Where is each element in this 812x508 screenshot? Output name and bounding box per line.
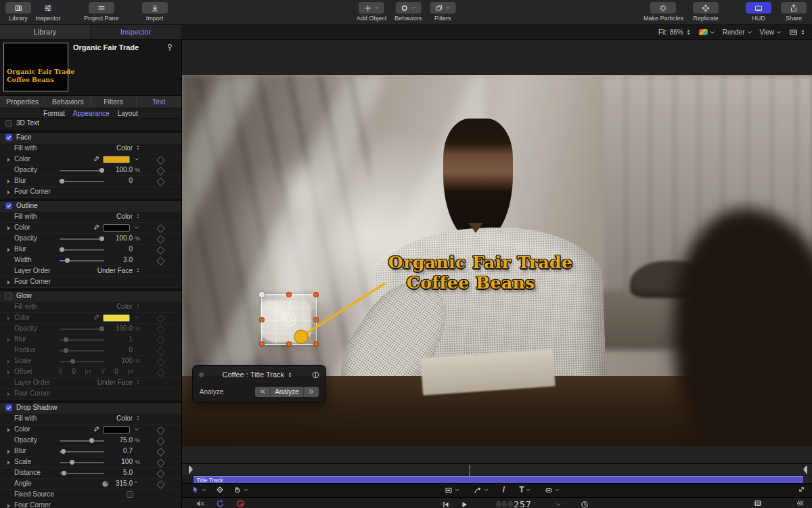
mute-audio-button[interactable] [196, 499, 204, 508]
analyze-backward-button[interactable] [255, 387, 270, 397]
eyedropper-icon[interactable] [93, 156, 99, 163]
display-layout-control[interactable] [789, 28, 806, 37]
slider-track[interactable] [60, 249, 104, 251]
chevron-down-icon[interactable] [556, 502, 561, 507]
param-value[interactable]: 100.0 [99, 234, 133, 242]
bottom-left-handle[interactable] [259, 341, 265, 347]
play-range-out-marker[interactable] [806, 466, 807, 473]
slider-thumb[interactable] [60, 247, 64, 252]
disclosure-triangle[interactable] [7, 226, 10, 230]
title-track-bar[interactable]: Title Track [194, 476, 803, 483]
checkbox[interactable] [5, 134, 12, 141]
keyframe-diamond[interactable] [156, 167, 165, 175]
slider-track[interactable] [60, 473, 104, 474]
toolbar-share-button[interactable]: Share [781, 2, 807, 22]
disclosure-triangle[interactable] [7, 504, 10, 508]
slider-track[interactable] [60, 339, 104, 341]
param-value[interactable]: 0 [99, 346, 133, 354]
param-value[interactable]: 1 [99, 335, 133, 343]
channels-control[interactable] [699, 29, 715, 35]
keyframe-diamond[interactable] [156, 469, 165, 478]
play-button[interactable] [460, 501, 468, 508]
text-tool[interactable]: T [519, 486, 531, 494]
stepper-icon[interactable] [287, 372, 293, 378]
right-handle[interactable] [313, 317, 319, 322]
keyframe-diamond[interactable] [156, 426, 165, 435]
eyedropper-icon[interactable] [93, 426, 99, 433]
slider-track[interactable] [60, 170, 104, 171]
keyframe-diamond[interactable] [156, 448, 165, 457]
hud-panel[interactable]: Coffee : Title Track Analyze Analyze [192, 365, 326, 403]
offset-value[interactable]: 0 [72, 368, 76, 375]
param-value[interactable]: 0.7 [99, 447, 133, 454]
param-value[interactable]: 100.0 [99, 324, 133, 332]
stepper-icon[interactable] [135, 145, 141, 150]
toolbar-inspector-button[interactable]: Inspector [35, 2, 61, 22]
disclosure-triangle[interactable] [7, 179, 10, 184]
toolbar-make-particles-button[interactable]: Make Particles [644, 2, 683, 22]
subtab-appearance[interactable]: Appearance [73, 110, 110, 117]
chevron-down-icon[interactable] [134, 427, 139, 432]
anchor-handle[interactable] [258, 291, 265, 299]
tracker-center-target[interactable] [282, 313, 296, 326]
keyframe-diamond[interactable] [156, 480, 165, 489]
toolbar-behaviors-button[interactable]: Behaviors [394, 2, 422, 22]
slider-thumb[interactable] [60, 179, 64, 184]
slider-thumb[interactable] [70, 359, 75, 364]
toolbar-hud-button[interactable]: HUD [746, 2, 771, 22]
view-menu[interactable]: View [760, 28, 782, 36]
chevron-down-icon[interactable] [134, 156, 139, 162]
keyframe-diamond[interactable] [156, 368, 165, 377]
param-value[interactable]: 100 [99, 357, 133, 364]
resize-arrows-icon[interactable] [798, 486, 805, 493]
select-transform-tool[interactable] [191, 486, 206, 494]
disclosure-triangle[interactable] [7, 248, 10, 252]
param-value[interactable]: 100.0 [99, 166, 133, 173]
slider-track[interactable] [60, 350, 104, 352]
color-swatch[interactable] [103, 314, 130, 322]
toolbar-library-button[interactable]: Library [5, 2, 31, 22]
keyframe-diamond[interactable] [156, 437, 165, 446]
slider-track[interactable] [60, 462, 104, 463]
analyze-button[interactable]: Analyze [270, 387, 303, 397]
disclosure-triangle[interactable] [7, 428, 10, 432]
offset-value[interactable]: 0 [114, 368, 118, 375]
tracking-selection-box[interactable] [261, 294, 317, 345]
tab-behaviors[interactable]: Behaviors [45, 96, 91, 108]
slider-thumb[interactable] [64, 348, 68, 353]
checkbox[interactable] [5, 120, 12, 127]
shape-tool[interactable] [445, 486, 459, 494]
disclosure-triangle[interactable] [7, 190, 10, 194]
disclosure-triangle[interactable] [7, 280, 10, 284]
bottom-handle[interactable] [286, 341, 292, 347]
toolbar-replicate-button[interactable]: Replicate [693, 2, 719, 22]
slider-track[interactable] [60, 361, 104, 362]
keyframe-diamond[interactable] [156, 459, 165, 467]
toolbar-filters-button[interactable]: Filters [430, 2, 455, 22]
object-thumbnail[interactable]: Organic Fair Trade Coffee Beans [3, 43, 68, 91]
slider-thumb[interactable] [64, 337, 68, 342]
loop-playback-button[interactable] [216, 499, 225, 508]
color-swatch[interactable] [103, 224, 130, 232]
color-swatch[interactable] [103, 156, 130, 163]
analyze-forward-button[interactable] [303, 387, 319, 397]
keyframe-diamond[interactable] [156, 246, 165, 255]
param-value[interactable]: 315.0 [99, 480, 133, 487]
info-icon[interactable] [312, 371, 319, 379]
chevron-down-icon[interactable] [134, 315, 139, 320]
pane-tab-inspector[interactable]: Inspector [91, 25, 181, 39]
slider-thumb[interactable] [70, 460, 74, 465]
keyframe-diamond[interactable] [156, 257, 165, 266]
keyframe-diamond[interactable] [156, 325, 165, 334]
keyframe-diamond[interactable] [156, 224, 165, 233]
edit-points-tool[interactable] [216, 486, 224, 494]
speaker-icon[interactable] [775, 499, 783, 507]
tab-properties[interactable]: Properties [0, 96, 45, 108]
frame-counter[interactable]: 000257 [496, 499, 532, 508]
checkbox[interactable] [5, 404, 12, 411]
film-icon[interactable] [754, 499, 762, 507]
stepper-icon[interactable] [135, 303, 141, 309]
top-handle[interactable] [286, 292, 292, 297]
disclosure-triangle[interactable] [7, 392, 10, 396]
slider-track[interactable] [60, 451, 104, 452]
